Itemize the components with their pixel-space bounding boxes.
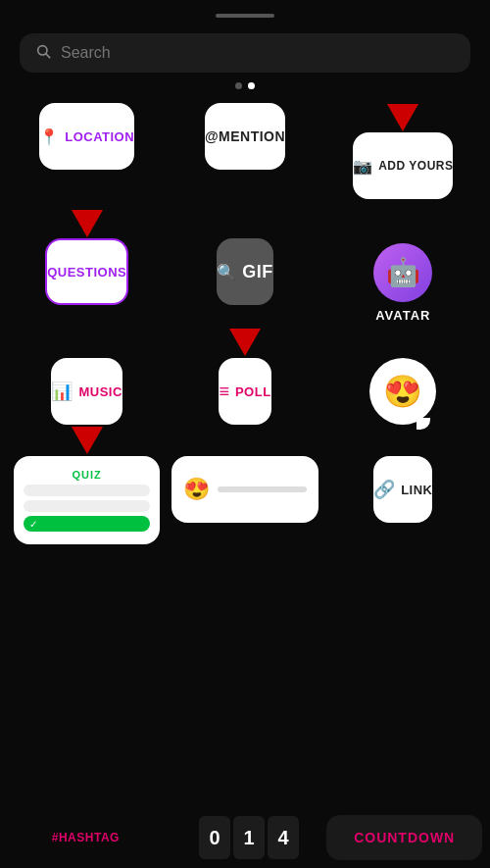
- poll-label: POLL: [235, 384, 271, 399]
- location-pin-icon: 📍: [39, 128, 59, 146]
- cell-emoji-chat: 😍: [330, 358, 476, 425]
- sticker-mention[interactable]: @MENTION: [205, 103, 285, 170]
- sticker-avatar[interactable]: 🤖 AVATAR: [373, 238, 432, 327]
- hashtag-label: #HASHTAG: [52, 831, 120, 844]
- drag-handle: [216, 14, 274, 18]
- quiz-option-1: [24, 485, 150, 496]
- cell-avatar: 🤖 AVATAR: [330, 209, 476, 327]
- cell-link: 🔗 LINK: [330, 456, 476, 544]
- arrow-down-icon: [387, 104, 418, 131]
- arrow-below-music-icon: [72, 427, 103, 454]
- svg-marker-5: [72, 427, 103, 454]
- svg-marker-4: [229, 329, 261, 356]
- arrow-row-music: [0, 427, 490, 454]
- slider-emoji-icon: 😍: [183, 477, 210, 502]
- search-bar[interactable]: [20, 33, 470, 73]
- avatar-label: AVATAR: [375, 308, 430, 323]
- cell-quiz: QUIZ ✓: [14, 456, 160, 544]
- music-bars-icon: 📊: [51, 381, 73, 402]
- sticker-music[interactable]: 📊 MUSIC: [51, 358, 122, 425]
- arrow-questions: [72, 209, 103, 238]
- svg-line-1: [46, 54, 50, 58]
- emoji-chat-bubble: 😍: [369, 358, 436, 425]
- row-4: QUIZ ✓ 😍 🔗 LINK: [0, 456, 490, 544]
- gif-label: GIF: [242, 262, 273, 282]
- arrow-row-gif: [0, 329, 490, 356]
- cell-poll: ≡ POLL: [172, 358, 318, 425]
- empty-arrow-spacer-1: [14, 329, 160, 356]
- arrow-addyours: [387, 103, 418, 132]
- sticker-gif[interactable]: 🔍 GIF: [217, 238, 273, 305]
- num-tile-2: 4: [268, 816, 299, 859]
- avatar-icon: 🤖: [373, 243, 432, 302]
- search-icon: [35, 43, 51, 63]
- page-dots: [0, 82, 490, 89]
- search-input[interactable]: [61, 44, 455, 62]
- addyours-camera-icon: 📷: [353, 157, 372, 176]
- sticker-quiz[interactable]: QUIZ ✓: [14, 456, 160, 544]
- row-1: 📍 LOCATION @MENTION 📷 ADD YOURS: [0, 103, 490, 199]
- bottom-number-tiles: 0 1 4: [172, 807, 327, 868]
- sticker-questions[interactable]: QUESTIONS: [45, 238, 128, 305]
- quiz-option-selected: ✓: [24, 516, 150, 532]
- countdown-label: COUNTDOWN: [354, 830, 455, 845]
- cell-gif: 🔍 GIF: [172, 209, 318, 327]
- cell-location: 📍 LOCATION: [14, 103, 160, 199]
- mention-label: @MENTION: [205, 128, 285, 144]
- link-icon: 🔗: [373, 479, 395, 500]
- sticker-location[interactable]: 📍 LOCATION: [39, 103, 134, 170]
- bottom-bar: #HASHTAG 0 1 4 COUNTDOWN: [0, 807, 490, 868]
- quiz-check-icon: ✓: [29, 519, 37, 530]
- avatar-emoji: 🤖: [386, 256, 420, 288]
- sticker-poll[interactable]: ≡ POLL: [219, 358, 270, 425]
- cell-mention: @MENTION: [172, 103, 318, 199]
- top-handle-area: [0, 0, 490, 26]
- slider-track: [218, 486, 306, 492]
- row-3: 📊 MUSIC ≡ POLL 😍: [0, 358, 490, 425]
- sticker-addyours[interactable]: 📷 ADD YOURS: [353, 132, 453, 199]
- arrow-down-questions-icon: [72, 210, 103, 237]
- svg-marker-3: [72, 210, 103, 237]
- bottom-hashtag[interactable]: #HASHTAG: [0, 807, 172, 868]
- cell-addyours: 📷 ADD YOURS: [330, 103, 476, 199]
- sticker-emoji-slider[interactable]: 😍: [172, 456, 318, 523]
- poll-lines-icon: ≡: [219, 382, 229, 402]
- sticker-link[interactable]: 🔗 LINK: [373, 456, 432, 523]
- search-container: [0, 26, 490, 82]
- questions-label: QUESTIONS: [47, 265, 126, 280]
- quiz-option-2: [24, 500, 150, 512]
- addyours-label: ADD YOURS: [378, 159, 453, 173]
- dot-2: [248, 82, 255, 89]
- svg-marker-2: [387, 104, 418, 131]
- sticker-emoji-chat[interactable]: 😍: [369, 358, 436, 425]
- empty-arrow-spacer-2: [330, 329, 476, 356]
- cell-music: 📊 MUSIC: [14, 358, 160, 425]
- empty-arrow-spacer-4: [330, 427, 476, 454]
- dot-1: [235, 82, 242, 89]
- music-label: MUSIC: [78, 384, 122, 399]
- row-2: QUESTIONS 🔍 GIF 🤖 AVATAR: [0, 209, 490, 327]
- cell-questions: QUESTIONS: [14, 209, 160, 327]
- arrow-below-gif: [172, 329, 318, 356]
- quiz-title: QUIZ: [73, 469, 102, 481]
- link-label: LINK: [401, 483, 432, 497]
- arrow-below-gif-icon: [229, 329, 261, 356]
- sticker-countdown[interactable]: COUNTDOWN: [326, 815, 482, 860]
- arrow-below-music: [14, 427, 160, 454]
- empty-arrow-spacer-3: [172, 427, 318, 454]
- gif-search-icon: 🔍: [217, 263, 236, 281]
- location-label: LOCATION: [65, 129, 134, 144]
- num-tile-0: 0: [199, 816, 230, 859]
- cell-emoji-slider: 😍: [172, 456, 318, 544]
- num-tile-1: 1: [233, 816, 265, 859]
